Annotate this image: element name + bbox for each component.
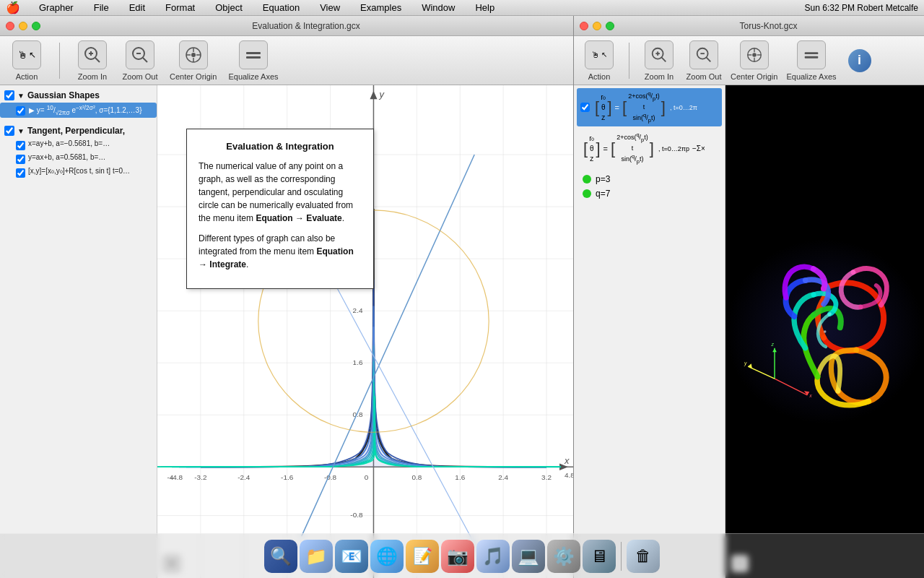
menu-object[interactable]: Object — [211, 2, 247, 13]
dock-icon-system[interactable]: 💻 — [512, 540, 545, 573]
equalize-axes-button[interactable]: Equalize Axes — [228, 40, 278, 81]
slider-p-row: p=3 — [577, 172, 722, 186]
svg-text:3.2: 3.2 — [541, 473, 552, 481]
left-sidebar: ▼ Gaussian Shapes ▶ y= 10/√2πσ e−x²/2σ²,… — [0, 85, 157, 578]
matrix-r0-1: r₀ — [601, 92, 606, 103]
right-action-button[interactable]: 🖱 ↖ Action — [581, 40, 617, 81]
right-window-title: Torus-Knot.gcx — [619, 21, 918, 31]
torus-3d-view[interactable]: x z y + — [725, 85, 924, 578]
dock-icon-prefs[interactable]: ⚙️ — [547, 540, 580, 573]
dock-icon-trash[interactable]: 🗑 — [627, 540, 660, 573]
p-dot — [583, 175, 591, 184]
svg-text:-2.4: -2.4 — [237, 473, 250, 481]
right-zoom-out-button[interactable]: Zoom Out — [686, 40, 722, 81]
dock-icon-mail[interactable]: 📧 — [335, 540, 368, 573]
t3-checkbox[interactable] — [16, 168, 25, 178]
right-center-origin-button[interactable]: Center Origin — [731, 40, 777, 81]
dock-icon-itunes[interactable]: 🎵 — [476, 540, 510, 573]
left-bracket-1: [ — [595, 100, 599, 116]
tangent-checkbox[interactable] — [4, 126, 14, 136]
center-origin-label: Center Origin — [170, 72, 217, 81]
right-window: Torus-Knot.gcx 🖱 ↖ Action — [574, 16, 924, 578]
t1-checkbox[interactable] — [16, 141, 25, 150]
gaussian-label: Gaussian Shapes — [27, 90, 100, 100]
svg-line-6 — [143, 58, 147, 62]
menu-view[interactable]: View — [315, 2, 344, 13]
center-origin-button[interactable]: Center Origin — [170, 40, 217, 81]
right-close-button[interactable] — [580, 22, 588, 30]
matrix-val-theta-2: t — [632, 144, 634, 153]
menu-window[interactable]: Window — [417, 2, 459, 13]
dock-icon-photo[interactable]: 📷 — [441, 540, 474, 573]
matrix-val-z-2: sin(q/pt) — [622, 153, 644, 165]
content-area: ▼ Gaussian Shapes ▶ y= 10/√2πσ e−x²/2σ²,… — [0, 85, 573, 578]
tangent-item-1[interactable]: x=ay+b, a=−0.5681, b=… — [0, 138, 157, 152]
matrix-val-r0-2: 2+cos(q/pt) — [616, 131, 648, 144]
svg-text:0.8: 0.8 — [411, 473, 422, 481]
eq-formula: 10/√2πσ e−x²/2σ², σ={1,1.2,…3} — [47, 104, 142, 116]
right-equalize-axes-button[interactable]: Equalize Axes — [786, 40, 836, 81]
dock-icon-notes[interactable]: 📝 — [406, 540, 439, 573]
torus-eq1-checkbox[interactable] — [580, 103, 590, 112]
svg-point-89 — [824, 330, 826, 332]
menu-edit[interactable]: Edit — [125, 2, 149, 13]
inspector-button[interactable]: i — [848, 49, 871, 72]
menu-help[interactable]: Help — [471, 2, 499, 13]
tangent-triangle: ▼ — [17, 127, 25, 135]
svg-rect-76 — [805, 52, 819, 54]
t2-checkbox[interactable] — [16, 155, 25, 164]
torus-matrix-2: [ r₀ θ z ] = [ 2+cos(q/pt) t — [583, 131, 654, 165]
t2-label: y=ax+b, a=0.5681, b=… — [28, 153, 105, 161]
right-divider — [629, 43, 629, 79]
minimize-button[interactable] — [19, 22, 27, 30]
matrix-vals-1: 2+cos(q/pt) t sin(q/pt) — [628, 90, 660, 124]
right-bracket-vals-2: ] — [650, 141, 654, 157]
action-button[interactable]: 🖱 ↖ Action — [9, 40, 45, 81]
gaussian-group-header[interactable]: ▼ Gaussian Shapes — [0, 88, 157, 103]
gaussian-equation-item[interactable]: ▶ y= 10/√2πσ e−x²/2σ², σ={1,1.2,…3} — [0, 103, 157, 118]
tangent-item-2[interactable]: y=ax+b, a=0.5681, b=… — [0, 152, 157, 165]
dock-icon-files[interactable]: 📁 — [300, 540, 333, 573]
dock-icon-safari[interactable]: 🌐 — [370, 540, 404, 573]
info-title: Evaluation & Integration — [199, 139, 362, 154]
menu-examples[interactable]: Examples — [356, 2, 406, 13]
slider-q-row: q=7 — [577, 186, 722, 201]
zoom-out-label: Zoom Out — [123, 72, 158, 81]
q-dot — [583, 189, 591, 198]
tangent-group-header[interactable]: ▼ Tangent, Perpendicular, — [0, 124, 157, 138]
tangent-item-3[interactable]: [x,y]=[x₀,y₀]+R[cos t, sin t] t=0… — [0, 165, 157, 179]
menu-format[interactable]: Format — [161, 2, 199, 13]
torus-equation-1[interactable]: [ r₀ θ z ] = [ 2+cos(q/pt) t — [577, 88, 722, 126]
torus-equation-2[interactable]: [ r₀ θ z ] = [ 2+cos(q/pt) t — [577, 129, 722, 168]
left-window: Evaluation & Integration.gcx 🖱 ↖ Action — [0, 16, 574, 578]
right-zoom-out-label: Zoom Out — [687, 72, 722, 81]
datetime-display: Sun 6:32 PM Robert Metcalfe — [805, 3, 918, 13]
apple-menu[interactable]: 🍎 — [6, 1, 20, 14]
dock-divider — [621, 542, 622, 571]
toolbar-divider-1 — [59, 43, 60, 79]
dock-icon-finder[interactable]: 🔍 — [264, 540, 297, 573]
maximize-button[interactable] — [32, 22, 40, 30]
close-button[interactable] — [6, 22, 14, 30]
graph-area[interactable]: 0 0.8 1.6 2.4 3.2 -0.8 -1.6 -2.4 -3.2 -4… — [157, 85, 573, 578]
matrix-col-vars-2: r₀ θ z — [589, 134, 594, 164]
menu-grapher[interactable]: Grapher — [35, 2, 78, 13]
right-maximize-button[interactable] — [606, 22, 614, 30]
svg-text:2.4: 2.4 — [353, 306, 363, 314]
right-zoom-in-button[interactable]: Zoom In — [641, 40, 677, 81]
left-bracket-vals-2: [ — [611, 141, 615, 157]
right-minimize-button[interactable] — [593, 22, 601, 30]
zoom-in-button[interactable]: Zoom In — [74, 40, 110, 81]
eq-checkbox[interactable] — [16, 106, 25, 116]
left-title-bar: Evaluation & Integration.gcx — [0, 16, 573, 36]
gaussian-checkbox[interactable] — [4, 90, 14, 100]
menu-file[interactable]: File — [90, 2, 113, 13]
dock-icon-display[interactable]: 🖥 — [583, 540, 616, 573]
right-bracket-vals-1: ] — [661, 100, 666, 116]
right-equalize-axes-label: Equalize Axes — [786, 72, 836, 81]
torus-matrix-1: [ r₀ θ z ] = [ 2+cos(q/pt) t — [595, 90, 666, 124]
menu-equation[interactable]: Equation — [258, 2, 304, 13]
svg-line-66 — [662, 57, 666, 61]
right-zoom-in-label: Zoom In — [645, 72, 674, 81]
zoom-out-button[interactable]: Zoom Out — [122, 40, 158, 81]
